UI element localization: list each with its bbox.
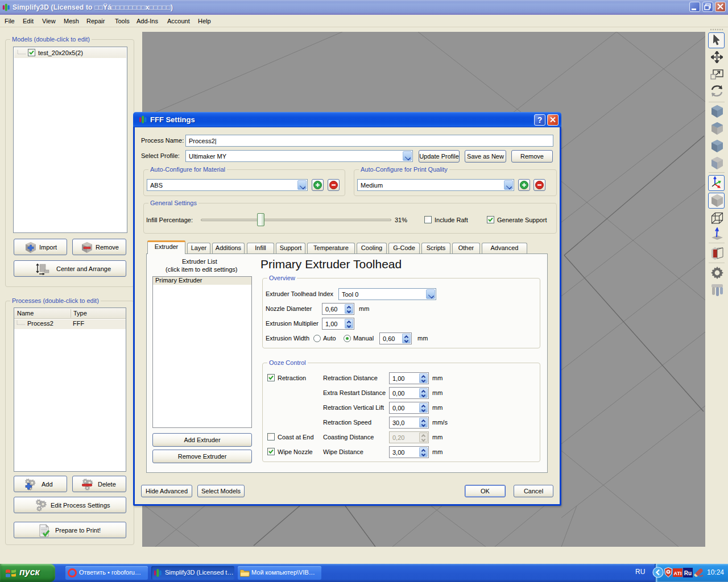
svg-text:ATI: ATI [674,571,682,576]
svg-text:Ru: Ru [684,570,692,576]
svg-text:?: ? [537,115,543,124]
